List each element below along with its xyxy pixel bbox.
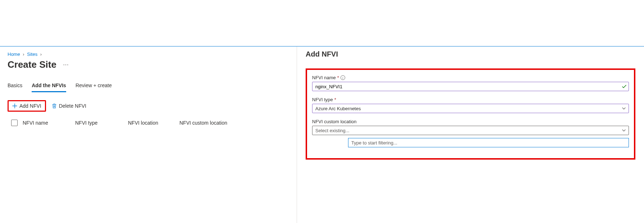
tabs: Basics Add the NFVIs Review + create [8,82,297,92]
column-header-location[interactable]: NFVI location [128,120,179,126]
tab-review-create[interactable]: Review + create [76,82,112,92]
page-title: Create Site [8,59,56,70]
panel-title: Add NFVI [306,50,635,58]
nfvi-type-select[interactable]: Azure Arc Kubernetes [312,104,629,113]
nfvi-name-input[interactable] [312,82,629,91]
delete-nfvi-label: Delete NFVI [59,103,86,109]
nfvi-custom-location-label-text: NFVI custom location [312,119,357,124]
top-spacer [0,0,644,46]
breadcrumb: Home › Sites › [8,52,297,57]
nfvi-custom-location-select[interactable]: Select existing... [312,126,629,135]
checkmark-icon [622,84,627,89]
nfvi-custom-location-value: Select existing... [315,128,350,133]
column-header-name[interactable]: NFVI name [23,120,75,126]
nfvi-name-label-text: NFVI name [312,75,336,80]
chevron-right-icon: › [40,52,42,57]
nfvi-type-label-text: NFVI type [312,97,333,102]
more-actions-button[interactable]: ⋯ [63,61,69,68]
info-icon[interactable]: i [341,75,345,80]
highlight-box: NFVI name * i NFVI type * [306,68,635,160]
add-nfvi-label: Add NFVI [19,103,41,109]
delete-nfvi-button[interactable]: Delete NFVI [49,101,89,111]
breadcrumb-home[interactable]: Home [8,52,20,57]
nfvi-name-label: NFVI name * i [312,75,629,80]
add-nfvi-button[interactable]: Add NFVI [8,100,46,112]
required-asterisk: * [334,97,336,102]
column-header-type[interactable]: NFVI type [75,120,128,126]
breadcrumb-sites[interactable]: Sites [27,52,37,57]
custom-location-filter-input[interactable] [348,138,629,147]
tab-add-nfvis[interactable]: Add the NFVIs [32,82,66,92]
nfvi-custom-location-label: NFVI custom location [312,119,629,124]
tab-basics[interactable]: Basics [8,82,22,92]
column-header-custom[interactable]: NFVI custom location [179,120,269,126]
chevron-right-icon: › [23,52,24,57]
plus-icon [12,103,17,108]
select-all-checkbox[interactable] [11,120,18,126]
toolbar: Add NFVI Delete NFVI [8,100,297,112]
required-asterisk: * [337,75,339,80]
trash-icon [52,103,57,109]
nfvi-type-value: Azure Arc Kubernetes [315,106,361,111]
table-header: NFVI name NFVI type NFVI location NFVI c… [8,120,297,126]
nfvi-type-label: NFVI type * [312,97,629,102]
